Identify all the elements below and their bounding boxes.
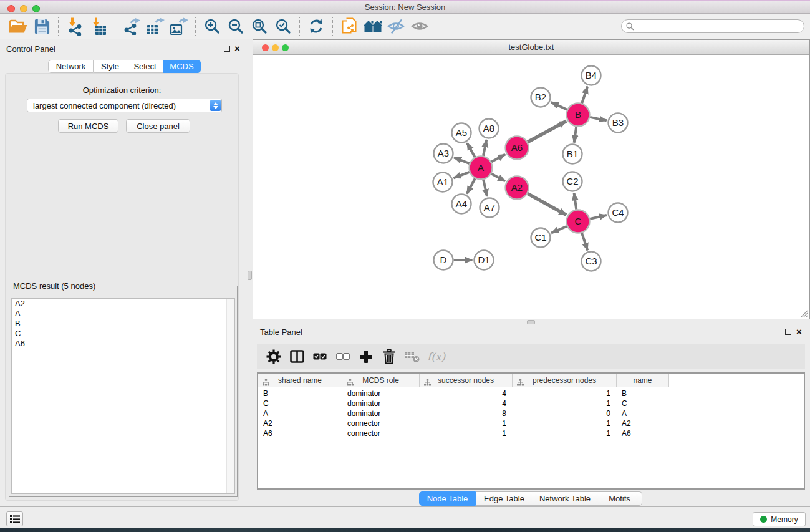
select-all-columns-button[interactable]	[312, 347, 328, 366]
node-A3[interactable]: A3	[434, 144, 453, 163]
close-panel-button[interactable]: Close panel	[126, 119, 190, 133]
new-session-button[interactable]	[337, 16, 361, 37]
edge-A-A6[interactable]	[491, 154, 505, 162]
column-header-name[interactable]: name	[617, 374, 669, 387]
cell-name[interactable]: C	[617, 399, 669, 408]
table-row[interactable]: Bdominator41B	[258, 389, 804, 399]
tab-style[interactable]: Style	[94, 60, 127, 73]
table-row[interactable]: Adominator80A	[258, 409, 804, 418]
edge-A-A5[interactable]	[467, 143, 475, 157]
cell-successor-nodes[interactable]: 4	[420, 399, 513, 408]
edge-A-A7[interactable]	[483, 180, 487, 196]
table-settings-button[interactable]	[266, 347, 282, 366]
column-header-predecessor-nodes[interactable]: predecessor nodes	[513, 374, 617, 387]
mcds-result-item[interactable]: A2	[12, 299, 234, 309]
cell-shared-name[interactable]: C	[258, 399, 342, 408]
horizontal-splitter-handle[interactable]	[527, 320, 535, 324]
edge-C-C1[interactable]	[551, 226, 567, 233]
node-C4[interactable]: C4	[609, 203, 628, 223]
cell-mcds-role[interactable]: dominator	[342, 399, 420, 408]
node-B3[interactable]: B3	[609, 114, 628, 133]
edge-B-B2[interactable]	[551, 102, 567, 110]
vertical-splitter-handle[interactable]	[248, 271, 252, 280]
edge-A-A8[interactable]	[483, 140, 486, 156]
cell-name[interactable]: A	[617, 409, 669, 418]
add-column-button[interactable]	[358, 347, 374, 366]
cell-shared-name[interactable]: A2	[258, 419, 342, 428]
node-C[interactable]: C	[567, 210, 590, 233]
node-B1[interactable]: B1	[563, 145, 582, 164]
cell-successor-nodes[interactable]: 4	[420, 389, 513, 398]
cell-mcds-role[interactable]: dominator	[342, 409, 420, 418]
tab-select[interactable]: Select	[127, 60, 163, 73]
show-panels-button[interactable]	[408, 16, 432, 37]
cell-predecessor-nodes[interactable]: 0	[513, 409, 617, 418]
task-history-button[interactable]	[6, 511, 23, 526]
home-button[interactable]	[361, 16, 385, 37]
tab-edge-table[interactable]: Edge Table	[476, 491, 533, 506]
edge-A-A1[interactable]	[453, 172, 469, 178]
delete-table-button[interactable]	[404, 347, 420, 366]
mcds-list-scrollbar[interactable]	[226, 299, 234, 493]
edge-C-C4[interactable]	[590, 215, 607, 219]
cell-predecessor-nodes[interactable]: 1	[513, 429, 617, 438]
cell-successor-nodes[interactable]: 1	[420, 419, 513, 428]
cell-name[interactable]: B	[617, 389, 669, 398]
tab-network-table[interactable]: Network Table	[533, 491, 597, 506]
edge-C-C3[interactable]	[582, 233, 587, 251]
unselect-all-columns-button[interactable]	[335, 347, 351, 366]
export-table-button[interactable]	[143, 16, 167, 37]
mcds-result-item[interactable]: A	[12, 309, 234, 319]
column-header-mcds-role[interactable]: MCDS role	[342, 374, 420, 387]
table-panel-float-button[interactable]	[785, 329, 791, 335]
table-row[interactable]: Cdominator41C	[258, 399, 804, 409]
criterion-select[interactable]: largest connected component (directed)	[27, 99, 222, 112]
search-input[interactable]	[637, 21, 804, 32]
refresh-layout-button[interactable]	[304, 16, 328, 37]
edge-A-A4[interactable]	[467, 178, 475, 193]
cell-name[interactable]: A2	[617, 419, 669, 428]
edge-A-A3[interactable]	[454, 158, 470, 163]
hide-panels-button[interactable]	[385, 16, 408, 37]
tab-network[interactable]: Network	[48, 60, 94, 73]
memory-button[interactable]: Memory	[753, 512, 806, 526]
open-session-button[interactable]	[6, 16, 30, 37]
show-columns-button[interactable]	[289, 347, 305, 366]
cell-successor-nodes[interactable]: 1	[420, 429, 513, 438]
node-C1[interactable]: C1	[531, 228, 551, 248]
function-builder-button[interactable]: f(x)	[427, 351, 445, 363]
edge-A-A2[interactable]	[491, 173, 505, 181]
node-B2[interactable]: B2	[531, 88, 551, 107]
node-B4[interactable]: B4	[582, 66, 601, 85]
table-row[interactable]: A2connector11A2	[258, 418, 804, 428]
tab-node-table[interactable]: Node Table	[419, 491, 476, 506]
cell-predecessor-nodes[interactable]: 1	[513, 419, 617, 428]
cell-mcds-role[interactable]: connector	[342, 419, 420, 428]
table-panel-close-button[interactable]: ×	[796, 328, 802, 336]
zoom-in-button[interactable]	[200, 16, 224, 37]
node-A8[interactable]: A8	[480, 119, 499, 138]
node-A5[interactable]: A5	[452, 123, 471, 143]
import-table-button[interactable]	[87, 16, 110, 37]
node-A6[interactable]: A6	[506, 137, 529, 160]
cell-mcds-role[interactable]: dominator	[342, 389, 420, 398]
cell-predecessor-nodes[interactable]: 1	[513, 399, 617, 408]
edge-B-B3[interactable]	[590, 117, 607, 120]
delete-column-button[interactable]	[381, 347, 397, 366]
control-panel-float-button[interactable]	[224, 46, 230, 52]
node-A4[interactable]: A4	[452, 195, 471, 214]
node-C2[interactable]: C2	[563, 172, 582, 191]
mcds-result-item[interactable]: B	[12, 319, 234, 329]
node-B[interactable]: B	[567, 104, 590, 127]
node-D1[interactable]: D1	[475, 251, 494, 270]
edge-B-B1[interactable]	[574, 127, 577, 142]
run-mcds-button[interactable]: Run MCDS	[58, 119, 118, 133]
node-A[interactable]: A	[470, 157, 493, 180]
cell-successor-nodes[interactable]: 8	[420, 409, 513, 418]
cell-shared-name[interactable]: B	[258, 389, 342, 398]
node-A7[interactable]: A7	[480, 198, 499, 218]
save-session-button[interactable]	[30, 16, 54, 37]
tab-motifs[interactable]: Motifs	[597, 491, 642, 506]
export-network-button[interactable]	[120, 16, 143, 37]
column-header-shared-name[interactable]: shared name	[258, 374, 342, 387]
